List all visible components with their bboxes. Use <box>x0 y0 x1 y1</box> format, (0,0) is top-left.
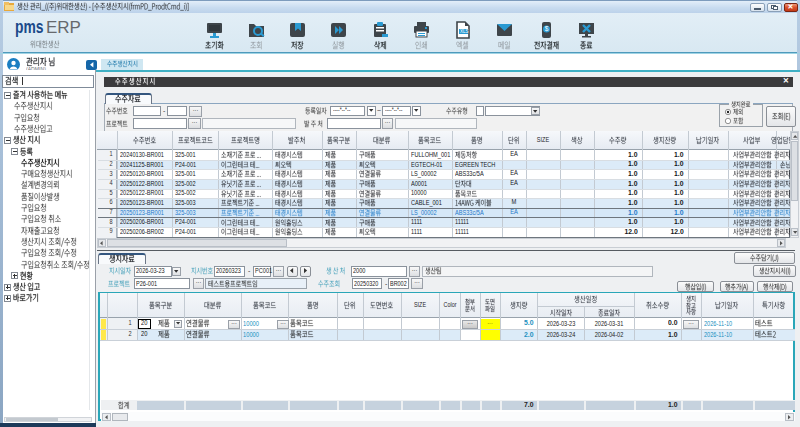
svg-text:XLS: XLS <box>460 29 469 34</box>
svg-text:$: $ <box>545 25 549 32</box>
